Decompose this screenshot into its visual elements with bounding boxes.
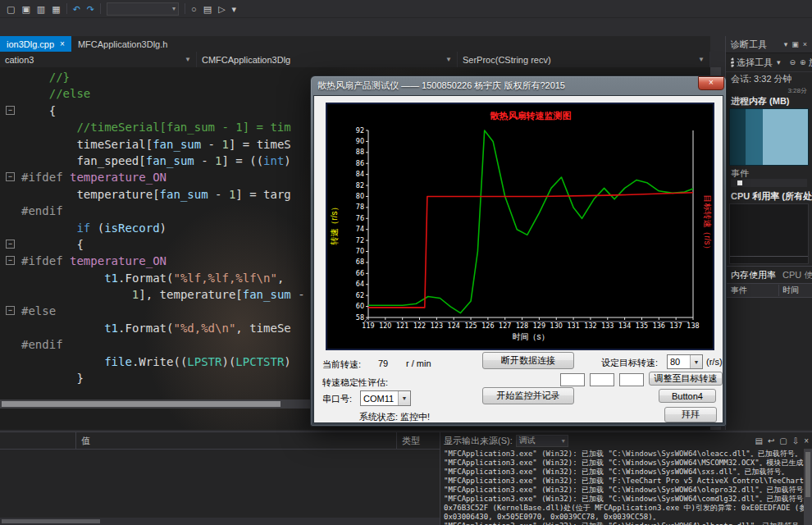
output-line: "MFCApplication3.exe" (Win32): 已加载 "C:\W… <box>444 522 801 525</box>
zoom-button[interactable]: 放大... <box>809 57 812 69</box>
gutter-line <box>0 286 21 303</box>
method-dropdown[interactable]: SerProc(CString recv) ▼ <box>458 52 710 67</box>
word-wrap-icon[interactable]: ↩ <box>768 436 774 445</box>
clear-all-icon[interactable]: ▢ <box>779 436 787 445</box>
svg-text:88: 88 <box>356 148 364 156</box>
new-file-button[interactable]: ▢ <box>3 1 18 17</box>
open-file-button[interactable]: ▣ <box>18 1 33 17</box>
gutter-line <box>0 119 21 135</box>
window-caret-icon[interactable]: ▾ <box>784 40 788 48</box>
save-all-icon: ▦ <box>52 1 60 17</box>
scrollbar-thumb[interactable] <box>2 519 100 523</box>
close-icon[interactable]: × <box>804 436 809 445</box>
window-close-icon[interactable]: × <box>803 40 807 48</box>
class-dropdown[interactable]: CMFCApplication3Dlg ▼ <box>197 52 458 67</box>
fan-tester-window: 散热风扇产品测试仪 —— 1500850226 杨宇庆 版权所有?2015 × … <box>310 75 727 427</box>
find-icon: ○ <box>191 1 197 17</box>
svg-text:124: 124 <box>448 322 460 330</box>
target-speed-combo[interactable]: 80 ▼ <box>667 354 703 369</box>
save-all-button[interactable]: ▦ <box>48 1 63 17</box>
fold-marker[interactable]: − <box>6 256 15 265</box>
com-port-combo[interactable]: COM11 ▼ <box>360 390 411 406</box>
comment-button[interactable]: ▤ <box>200 1 215 17</box>
cpu-usage-graph[interactable] <box>729 203 809 264</box>
gutter-line <box>0 370 21 386</box>
zoom-in-icon[interactable]: ⊕ <box>800 58 806 66</box>
find-button[interactable]: ○ <box>188 1 200 17</box>
output-source-combo[interactable]: 调试 ▾ <box>516 435 568 447</box>
svg-text:119: 119 <box>362 322 374 330</box>
chevron-down-icon: ▼ <box>691 56 705 63</box>
com-port-label: 串口号: <box>322 393 352 405</box>
undo-button[interactable]: ↶ <box>70 1 84 17</box>
select-tool-button[interactable]: 选择工具 <box>737 57 773 69</box>
events-timeline[interactable] <box>731 179 807 187</box>
svg-text:126: 126 <box>481 322 494 330</box>
memory-graph-band <box>746 109 763 165</box>
close-tab-icon[interactable]: × <box>60 39 65 48</box>
output-source-value: 调试 <box>519 435 562 446</box>
watch-window: 值 类型 <box>0 431 440 525</box>
type-column-header: 类型 <box>397 432 440 449</box>
redo-button[interactable]: ↷ <box>84 1 98 17</box>
disconnect-button[interactable]: 断开数据连接 <box>482 352 574 369</box>
project-dropdown[interactable]: cation3 ▼ <box>0 52 197 67</box>
tab-MFCApplication3Dlg.h[interactable]: MFCApplication3Dlg.h <box>71 36 174 52</box>
fold-marker[interactable]: − <box>6 106 15 115</box>
class-dropdown-label: CMFCApplication3Dlg <box>202 55 290 65</box>
tab-memory-usage[interactable]: 内存使用率 <box>731 269 776 281</box>
tab-label: MFCApplication3Dlg.h <box>78 39 167 49</box>
output-line: "MFCApplication3.exe" (Win32): 已加载 "C:\W… <box>444 450 801 459</box>
system-status-label: 系统状态: 监控中! <box>359 411 430 423</box>
svg-text:121: 121 <box>396 322 408 330</box>
fold-marker[interactable]: − <box>6 240 15 249</box>
cpu-baseline <box>730 256 808 257</box>
dialog-body: 5860626466687072747678808284868890921191… <box>313 95 723 423</box>
bye-button[interactable]: 拜拜 <box>664 407 717 422</box>
button4[interactable]: Button4 <box>659 389 716 403</box>
process-memory-graph[interactable] <box>729 108 809 166</box>
scrollbar-thumb[interactable] <box>805 452 810 497</box>
output-log[interactable]: "MFCApplication3.exe" (Win32): 已加载 "C:\W… <box>440 449 804 525</box>
svg-text:129: 129 <box>533 322 545 330</box>
new-file-icon: ▢ <box>7 1 15 17</box>
method-dropdown-label: SerProc(CString recv) <box>463 55 551 65</box>
svg-text:76: 76 <box>356 215 364 222</box>
output-line: "MFCApplication3.exe" (Win32): 已加载 "C:\W… <box>444 459 801 468</box>
messages-icon[interactable]: ▤ <box>755 436 762 445</box>
chart-canvas: 5860626466687072747678808284868890921191… <box>327 104 713 349</box>
scrollbar-thumb[interactable] <box>2 401 281 407</box>
gutter-line: − <box>0 236 21 253</box>
output-line: "MFCApplication3.exe" (Win32): 已加载 "C:\W… <box>444 495 801 504</box>
svg-text:130: 130 <box>550 322 563 330</box>
window-dock-icon[interactable]: ▣ <box>791 40 799 48</box>
stability-box-1[interactable] <box>560 373 585 386</box>
stability-box-2[interactable] <box>590 373 614 386</box>
stability-box-3[interactable] <box>619 373 644 386</box>
output-window: 显示输出来源(S): 调试 ▾ ▤↩▢⇩× "MFCApplication3.e… <box>440 431 812 525</box>
adjust-to-target-button[interactable]: 调整至目标转速 <box>649 372 723 386</box>
chevron-down-icon: ▼ <box>178 56 191 63</box>
fold-marker[interactable]: − <box>6 172 15 181</box>
run-to-cursor-button[interactable]: ▷ <box>215 1 228 17</box>
toolbar-separator <box>100 3 101 14</box>
com-port-value: COM11 <box>361 394 398 404</box>
standard-toolbar: ▢▣▥▦↶↷▾○▤▷▾ <box>0 0 812 18</box>
gutter-line <box>0 153 21 169</box>
save-button[interactable]: ▥ <box>34 1 48 17</box>
svg-text:68: 68 <box>356 258 364 266</box>
watch-horizontal-scrollbar[interactable] <box>0 518 440 525</box>
tab-cpu-usage[interactable]: CPU 使用率 <box>782 269 812 281</box>
svg-text:137: 137 <box>670 322 682 330</box>
autoscroll-icon[interactable]: ⇩ <box>792 436 799 445</box>
dialog-titlebar[interactable]: 散热风扇产品测试仪 —— 1500850226 杨宇庆 版权所有?2015 × <box>311 76 726 95</box>
tab-ion3Dlg.cpp[interactable]: ion3Dlg.cpp× <box>0 36 71 52</box>
debug-target-combo[interactable]: ▾ <box>107 2 179 16</box>
output-vertical-scrollbar[interactable] <box>804 449 812 525</box>
start-record-button[interactable]: 开始监控并记录 <box>482 387 574 404</box>
fold-marker[interactable]: − <box>6 306 15 315</box>
toolbar-overflow-icon[interactable]: ▾ <box>229 1 240 17</box>
chart-title: 散热风扇转速监测图 <box>490 111 572 121</box>
zoom-out-icon[interactable]: ⊖ <box>790 58 796 66</box>
close-button[interactable]: × <box>698 76 724 90</box>
